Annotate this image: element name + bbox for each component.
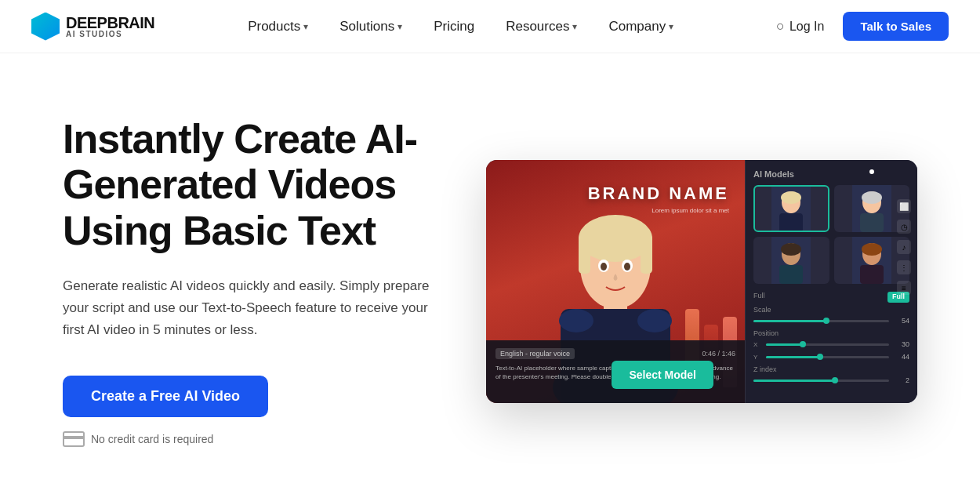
position-x-thumb (800, 341, 806, 347)
talk-to-sales-button[interactable]: Talk to Sales (843, 12, 949, 41)
hero-section: Instantly Create AI-Generated Videos Usi… (0, 53, 980, 494)
slider-full-label: Full (753, 292, 765, 300)
svg-point-10 (624, 263, 630, 271)
ai-models-panel: AI Models (745, 160, 917, 403)
z-index-label: Z index (753, 365, 909, 373)
svg-rect-24 (779, 265, 803, 284)
svg-point-19 (862, 191, 882, 204)
hero-description: Generate realistic AI videos quickly and… (63, 275, 447, 341)
svg-point-27 (862, 243, 882, 256)
scale-value: 54 (894, 317, 909, 325)
model-item-0[interactable] (753, 185, 829, 232)
svg-rect-20 (860, 213, 884, 232)
panel-icon-1[interactable]: ⬜ (897, 199, 911, 213)
scale-slider-fill (753, 320, 826, 322)
login-button[interactable]: ○ Log In (767, 12, 833, 41)
svg-rect-5 (579, 234, 590, 274)
credit-card-icon (63, 431, 85, 447)
position-x-row: X 30 (753, 340, 909, 348)
scale-row: 54 (753, 317, 909, 325)
nav-item-pricing[interactable]: Pricing (419, 13, 488, 41)
position-y-value: 44 (894, 353, 909, 361)
svg-rect-6 (641, 234, 652, 274)
panel-icon-5[interactable]: ≡ (897, 281, 911, 295)
svg-rect-16 (779, 213, 803, 232)
user-icon: ○ (776, 18, 785, 35)
z-index-value: 2 (894, 376, 909, 384)
z-index-row: 2 (753, 376, 909, 384)
scale-slider[interactable] (753, 320, 889, 322)
z-index-fill (753, 380, 835, 382)
demo-container: BRAND NAME Lorem ipsum dolor sit a met E… (486, 160, 917, 403)
position-x-slider[interactable] (766, 343, 889, 346)
no-credit-card-notice: No credit card is required (63, 431, 486, 447)
chevron-down-icon: ▾ (572, 21, 577, 32)
hero-content: Instantly Create AI-Generated Videos Usi… (63, 116, 486, 447)
model-avatar-0 (755, 187, 828, 231)
cursor (869, 169, 874, 174)
position-y-fill (766, 356, 820, 358)
nav-item-solutions[interactable]: Solutions ▾ (325, 13, 416, 41)
position-y-row: Y 44 (753, 353, 909, 361)
brand-overlay: BRAND NAME Lorem ipsum dolor sit a met (588, 183, 729, 214)
position-x-value: 30 (894, 340, 909, 348)
navbar: DEEPBRAIN AI STUDIOS Products ▾ Solution… (0, 0, 980, 53)
hero-demo: BRAND NAME Lorem ipsum dolor sit a met E… (486, 160, 917, 403)
select-model-button[interactable]: Select Model (612, 361, 713, 389)
nav-item-products[interactable]: Products ▾ (234, 13, 322, 41)
panel-side-icons: ⬜ ◷ ♪ ⋮ ≡ (897, 199, 911, 295)
svg-point-12 (637, 309, 672, 332)
panel-icon-2[interactable]: ◷ (897, 220, 911, 234)
chevron-down-icon: ▾ (303, 21, 308, 32)
position-y-thumb (817, 354, 823, 360)
slider-section: Full Full Scale 54 Position X (753, 292, 909, 384)
svg-rect-28 (860, 265, 884, 284)
scale-label: Scale (753, 306, 909, 314)
model-item-2[interactable] (753, 237, 829, 284)
time-display: 0:46 / 1:46 (702, 350, 735, 358)
chevron-down-icon: ▾ (669, 21, 673, 32)
nav-links: Products ▾ Solutions ▾ Pricing Resources… (234, 13, 688, 41)
scale-slider-thumb (823, 318, 829, 324)
panel-icon-4[interactable]: ⋮ (897, 260, 911, 274)
panel-icon-3[interactable]: ♪ (897, 240, 911, 254)
position-label: Position (753, 329, 909, 337)
language-label: English - regular voice (495, 348, 575, 359)
logo[interactable]: DEEPBRAIN AI STUDIOS (31, 13, 154, 41)
video-area: BRAND NAME Lorem ipsum dolor sit a met E… (486, 160, 745, 403)
svg-point-11 (559, 309, 593, 332)
model-grid (753, 185, 909, 284)
nav-item-company[interactable]: Company ▾ (594, 13, 688, 41)
svg-point-23 (781, 243, 801, 256)
nav-right: ○ Log In Talk to Sales (767, 12, 949, 41)
brand-tagline: Lorem ipsum dolor sit a met (588, 207, 729, 214)
z-index-slider[interactable] (753, 380, 889, 382)
hero-title: Instantly Create AI-Generated Videos Usi… (63, 116, 486, 253)
brand-name-text: BRAND NAME (588, 183, 729, 204)
create-free-video-button[interactable]: Create a Free AI Video (63, 376, 268, 417)
svg-point-15 (781, 191, 801, 204)
nav-item-resources[interactable]: Resources ▾ (492, 13, 591, 41)
chevron-down-icon: ▾ (397, 21, 402, 32)
panel-title: AI Models (753, 169, 909, 179)
position-x-fill (766, 343, 803, 346)
logo-icon (31, 13, 60, 41)
logo-brand-name: DEEPBRAIN (66, 15, 154, 31)
svg-point-9 (601, 263, 607, 271)
logo-sub-title: AI STUDIOS (66, 31, 154, 38)
position-y-slider[interactable] (766, 356, 889, 358)
z-index-thumb (832, 377, 838, 383)
model-avatar-2 (753, 237, 829, 284)
